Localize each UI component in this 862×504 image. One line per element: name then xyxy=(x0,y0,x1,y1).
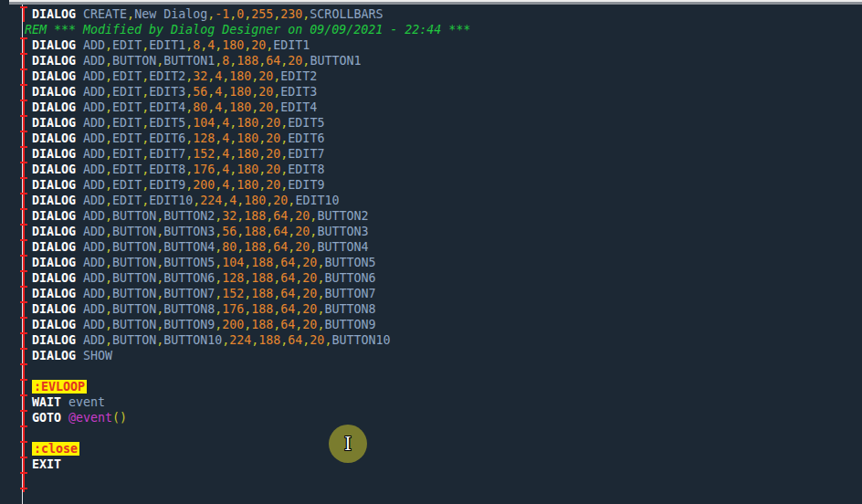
code-line[interactable]: DIALOG ADD,EDIT,EDIT10,224,4,180,20,EDIT… xyxy=(25,193,862,208)
code-token: 180 xyxy=(244,194,266,207)
code-token: 180 xyxy=(229,100,251,114)
code-token: BUTTON10 xyxy=(163,333,222,347)
code-token: BUTTON7 xyxy=(163,287,215,300)
code-token: :close xyxy=(32,442,79,456)
code-token xyxy=(25,38,32,52)
code-token: BUTTON5 xyxy=(163,256,215,269)
code-token: 180 xyxy=(237,147,258,161)
code-line[interactable]: DIALOG SHOW xyxy=(25,348,862,363)
code-token: 180 xyxy=(229,85,251,99)
code-token: BUTTON2 xyxy=(163,209,215,223)
code-token: 180 xyxy=(237,163,258,176)
code-token xyxy=(25,271,32,285)
code-token: EDIT xyxy=(112,116,142,130)
code-line[interactable]: DIALOG ADD,BUTTON,BUTTON3,56,188,64,20,B… xyxy=(25,224,862,239)
code-line[interactable]: DIALOG ADD,EDIT,EDIT1,8,4,180,20,EDIT1 xyxy=(25,37,862,53)
code-token: , xyxy=(105,69,112,83)
code-token xyxy=(25,240,32,254)
code-token: BUTTON xyxy=(112,287,156,300)
code-token: , xyxy=(185,116,193,130)
code-line[interactable]: DIALOG ADD,BUTTON,BUTTON1,8,188,64,20,BU… xyxy=(25,53,862,68)
code-token: BUTTON1 xyxy=(310,54,361,68)
code-token: , xyxy=(105,240,112,254)
code-line[interactable]: WAIT event xyxy=(25,394,862,410)
code-line[interactable]: :EVLOOP xyxy=(25,379,862,394)
code-token: , xyxy=(185,38,193,52)
code-line[interactable]: DIALOG ADD,BUTTON,BUTTON7,152,188,64,20,… xyxy=(25,286,862,301)
code-line[interactable]: DIALOG ADD,EDIT,EDIT7,152,4,180,20,EDIT7 xyxy=(25,146,862,162)
code-token: 128 xyxy=(193,131,215,145)
code-token: DIALOG xyxy=(32,38,76,52)
code-line[interactable]: DIALOG ADD,BUTTON,BUTTON8,176,188,64,20,… xyxy=(25,301,862,317)
code-token xyxy=(25,395,32,409)
code-token: ADD xyxy=(76,100,105,114)
code-token: 20 xyxy=(266,147,280,161)
code-token: BUTTON9 xyxy=(163,318,215,331)
code-area[interactable]: DIALOG CREATE,New Dialog,-1,0,255,230,SC… xyxy=(25,6,862,472)
code-token: REM *** Modified by Dialog Designer on 0… xyxy=(25,23,470,37)
code-token: DIALOG xyxy=(32,333,76,347)
code-token xyxy=(25,225,32,238)
code-token: , xyxy=(142,194,149,207)
code-line[interactable]: DIALOG ADD,BUTTON,BUTTON6,128,188,64,20,… xyxy=(25,270,862,286)
code-token: 64 xyxy=(273,225,288,238)
code-line[interactable]: DIALOG ADD,BUTTON,BUTTON9,200,188,64,20,… xyxy=(25,317,862,332)
code-token: BUTTON7 xyxy=(324,287,375,300)
code-token: ADD xyxy=(76,333,105,347)
code-token: 104 xyxy=(193,116,215,130)
code-line[interactable]: DIALOG ADD,BUTTON,BUTTON10,224,188,64,20… xyxy=(25,332,862,348)
code-token xyxy=(25,333,32,347)
code-line[interactable]: REM *** Modified by Dialog Designer on 0… xyxy=(25,22,862,37)
code-token: BUTTON8 xyxy=(324,302,375,316)
code-token xyxy=(25,287,32,300)
code-token: SHOW xyxy=(76,349,112,362)
code-line[interactable]: DIALOG ADD,EDIT,EDIT3,56,4,180,20,EDIT3 xyxy=(25,84,862,100)
code-token: EDIT8 xyxy=(288,163,324,176)
code-token: 20 xyxy=(302,256,317,269)
code-line[interactable] xyxy=(25,363,862,379)
code-line[interactable]: DIALOG ADD,EDIT,EDIT2,32,4,180,20,EDIT2 xyxy=(25,68,862,84)
code-line[interactable]: DIALOG ADD,BUTTON,BUTTON4,80,188,64,20,B… xyxy=(25,239,862,255)
code-line[interactable]: DIALOG ADD,EDIT,EDIT4,80,4,180,20,EDIT4 xyxy=(25,100,862,115)
code-token: 56 xyxy=(193,85,207,99)
code-line[interactable]: DIALOG ADD,EDIT,EDIT5,104,4,180,20,EDIT5 xyxy=(25,115,862,131)
code-token: 180 xyxy=(237,178,258,192)
code-token: EDIT1 xyxy=(149,38,185,52)
code-line[interactable]: DIALOG ADD,EDIT,EDIT8,176,4,180,20,EDIT8 xyxy=(25,162,862,177)
code-token: 64 xyxy=(280,302,295,316)
code-token: 188 xyxy=(251,256,273,269)
code-token: EDIT5 xyxy=(149,116,185,130)
code-token: EDIT xyxy=(112,178,142,192)
code-line[interactable]: DIALOG ADD,EDIT,EDIT6,128,4,180,20,EDIT6 xyxy=(25,131,862,146)
code-token xyxy=(25,116,32,130)
code-token: DIALOG xyxy=(32,54,76,68)
code-line[interactable] xyxy=(25,425,862,441)
code-token: 20 xyxy=(266,116,280,130)
code-token: , xyxy=(105,318,112,331)
code-line[interactable]: DIALOG ADD,BUTTON,BUTTON5,104,188,64,20,… xyxy=(25,255,862,270)
code-token: EDIT7 xyxy=(288,147,324,161)
code-token: BUTTON9 xyxy=(324,318,375,331)
code-token: ADD xyxy=(76,287,105,300)
code-token: BUTTON10 xyxy=(331,333,390,347)
code-token: DIALOG xyxy=(32,194,76,207)
code-line[interactable]: EXIT xyxy=(25,457,862,472)
code-token: 32 xyxy=(222,209,237,223)
code-token: 64 xyxy=(273,209,288,223)
code-token: DIALOG xyxy=(32,302,76,316)
code-line[interactable]: :close xyxy=(25,441,862,457)
code-line[interactable]: GOTO @event() xyxy=(25,410,862,425)
code-token xyxy=(25,411,32,425)
code-token: ADD xyxy=(76,256,105,269)
code-line[interactable]: DIALOG ADD,EDIT,EDIT9,200,4,180,20,EDIT9 xyxy=(25,177,862,193)
code-token xyxy=(25,69,32,83)
text-cursor-icon: I xyxy=(344,435,352,453)
code-token: BUTTON xyxy=(112,240,156,254)
code-token: BUTTON5 xyxy=(324,256,375,269)
code-line[interactable]: DIALOG CREATE,New Dialog,-1,0,255,230,SC… xyxy=(25,6,862,22)
code-line[interactable]: DIALOG ADD,BUTTON,BUTTON2,32,188,64,20,B… xyxy=(25,208,862,224)
code-token: 176 xyxy=(193,163,215,176)
code-token xyxy=(25,349,32,362)
code-token: EDIT4 xyxy=(149,100,185,114)
code-token xyxy=(25,54,32,68)
